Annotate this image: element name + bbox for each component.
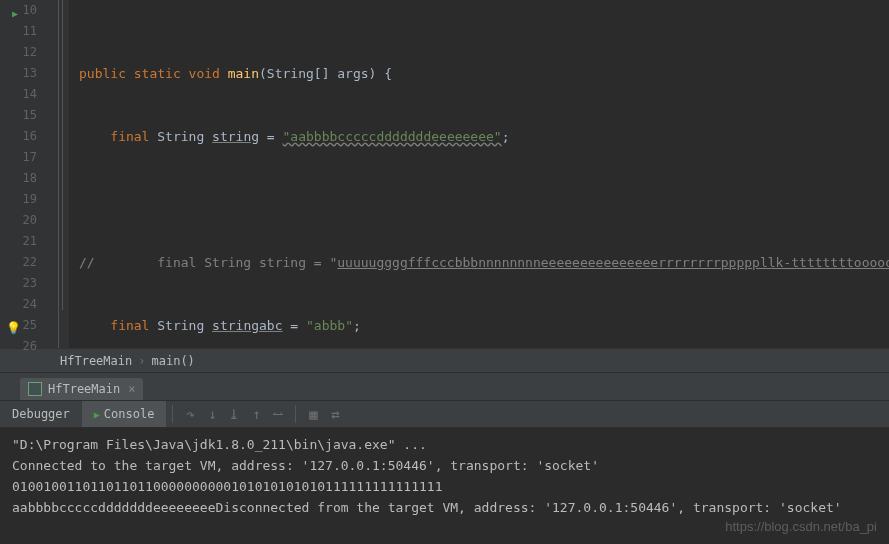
console-line: "D:\Program Files\Java\jdk1.8.0_211\bin\… — [12, 434, 877, 455]
breadcrumb-class[interactable]: HfTreeMain — [60, 354, 132, 368]
line-gutter: ▶10 11 12 13 14 15 16 17 18 19 20 21 22 … — [0, 0, 55, 348]
step-into-icon[interactable]: ↓ — [201, 403, 223, 425]
force-step-icon[interactable]: ⤓ — [223, 403, 245, 425]
chevron-right-icon: › — [138, 354, 145, 368]
debugger-tab[interactable]: Debugger — [0, 401, 82, 427]
debug-toolbar: Debugger ▶Console ↷ ↓ ⤓ ↑ ⥎ ▦ ⇄ — [0, 400, 889, 428]
run-config-tab[interactable]: HfTreeMain × — [20, 378, 143, 400]
watermark: https://blog.csdn.net/ba_pi — [725, 519, 877, 534]
bulb-icon[interactable]: 💡 — [6, 318, 18, 330]
console-line: Connected to the target VM, address: '12… — [12, 455, 877, 476]
drop-frame-icon[interactable]: ⥎ — [267, 403, 289, 425]
step-over-icon[interactable]: ↷ — [179, 403, 201, 425]
layout-icon[interactable]: ▦ — [302, 403, 324, 425]
run-config-icon — [28, 382, 42, 396]
run-tab-bar: HfTreeMain × — [0, 372, 889, 400]
console-line: 0100100110110110110000000000101010101010… — [12, 476, 877, 497]
code-content[interactable]: public static void main(String[] args) {… — [69, 0, 889, 348]
play-icon: ▶ — [94, 409, 100, 420]
close-icon[interactable]: × — [128, 382, 135, 396]
settings-icon[interactable]: ⇄ — [324, 403, 346, 425]
code-editor[interactable]: ▶10 11 12 13 14 15 16 17 18 19 20 21 22 … — [0, 0, 889, 348]
step-out-icon[interactable]: ↑ — [245, 403, 267, 425]
breadcrumb[interactable]: HfTreeMain › main() — [0, 348, 889, 372]
run-icon[interactable]: ▶ — [6, 3, 18, 15]
console-tab[interactable]: ▶Console — [82, 401, 167, 427]
fold-column — [55, 0, 69, 348]
breadcrumb-method[interactable]: main() — [151, 354, 194, 368]
console-line: aabbbbcccccdddddddeeeeeeeeDisconnected f… — [12, 497, 877, 518]
